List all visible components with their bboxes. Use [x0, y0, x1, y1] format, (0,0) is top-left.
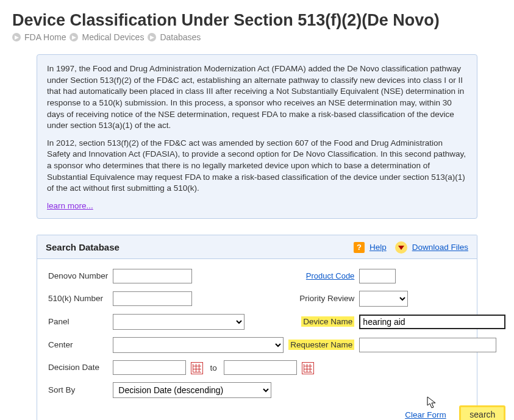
decision-date-label: Decision Date: [46, 357, 110, 379]
to-label: to: [210, 363, 217, 372]
denovo-number-label: Denovo Number: [46, 265, 110, 287]
product-code-label[interactable]: Product Code: [306, 271, 355, 280]
k-number-input[interactable]: [113, 291, 192, 306]
denovo-number-input[interactable]: [113, 269, 192, 283]
sort-by-select[interactable]: Decision Date (descending): [113, 382, 271, 398]
priority-review-label: Priority Review: [299, 294, 354, 303]
sort-by-label: Sort By: [46, 379, 110, 402]
breadcrumb-item[interactable]: Databases: [160, 32, 201, 42]
download-files-link[interactable]: Download Files: [412, 243, 468, 252]
page-title: Device Classification Under Section 513(…: [12, 11, 502, 30]
help-link[interactable]: Help: [369, 243, 387, 252]
center-label: Center: [46, 333, 110, 357]
breadcrumb: ▶ FDA Home ▶ Medical Devices ▶ Databases: [12, 32, 502, 42]
calendar-icon[interactable]: [191, 362, 203, 374]
chevron-right-icon: ▶: [70, 33, 78, 41]
info-paragraph: In 2012, section 513(f)(2) of the FD&C a…: [47, 138, 467, 194]
search-header-title: Search Database: [46, 242, 354, 252]
help-icon: ?: [354, 242, 365, 253]
decision-date-from-input[interactable]: [113, 360, 186, 375]
k-number-label: 510(k) Number: [46, 287, 110, 310]
requester-name-label: Requester Name: [288, 340, 354, 350]
learn-more-link[interactable]: learn more...: [47, 201, 93, 210]
decision-date-to-input[interactable]: [224, 360, 297, 375]
calendar-icon[interactable]: [302, 362, 314, 374]
breadcrumb-item[interactable]: Medical Devices: [82, 32, 144, 42]
chevron-right-icon: ▶: [12, 33, 21, 41]
search-form: Denovo Number Product Code 510(k) Number…: [37, 259, 477, 421]
product-code-input[interactable]: [359, 269, 396, 283]
panel-select[interactable]: [113, 314, 245, 330]
chevron-right-icon: ▶: [148, 33, 156, 41]
download-icon: [395, 241, 407, 254]
device-name-label: Device Name: [301, 316, 354, 327]
requester-name-input[interactable]: [359, 338, 496, 352]
clear-form-link[interactable]: Clear Form: [405, 410, 446, 419]
center-select[interactable]: [113, 337, 284, 353]
device-name-input[interactable]: [359, 315, 505, 329]
search-button[interactable]: search: [459, 405, 505, 421]
priority-review-select[interactable]: [359, 291, 408, 307]
panel-label: Panel: [46, 310, 110, 333]
breadcrumb-item[interactable]: FDA Home: [24, 32, 66, 42]
info-paragraph: In 1997, the Food and Drug Administratio…: [47, 63, 467, 132]
search-panel: Search Database ? Help Download Files De…: [37, 235, 477, 421]
info-box: In 1997, the Food and Drug Administratio…: [37, 54, 477, 219]
search-header: Search Database ? Help Download Files: [37, 235, 477, 259]
